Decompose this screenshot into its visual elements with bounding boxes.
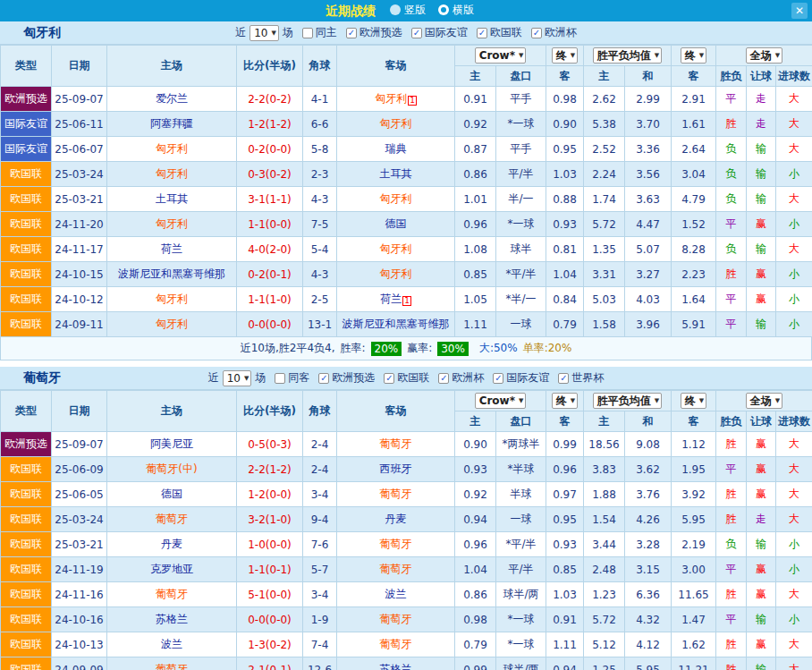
- score-cell: 0-0(0-0): [237, 607, 303, 632]
- corner-cell: 7-5: [303, 212, 337, 237]
- score-cell: 1-1(1-0): [237, 287, 303, 312]
- score-cell: 2-2(1-2): [237, 457, 303, 482]
- home-team-name: 葡萄牙: [156, 663, 188, 670]
- close-button[interactable]: ✕: [791, 3, 808, 19]
- match-date: 24-09-11: [52, 312, 107, 337]
- table-header-row-1: 类型日期主场比分(半场)角球客场Crow*▼终▼胜平负均值▼终▼全场▼: [1, 391, 812, 411]
- result-wdl: 平: [716, 212, 747, 237]
- same-venue-checkbox[interactable]: 同主: [302, 25, 337, 40]
- eu-away-odds: 3.92: [672, 482, 716, 507]
- league-filter-checkbox[interactable]: ✓欧洲杯: [531, 25, 577, 40]
- result-wdl: 胜: [716, 632, 747, 657]
- ah-away-odds: 0.93: [546, 532, 584, 557]
- eu-home-odds: 1.74: [584, 187, 625, 212]
- result-wdl: 平: [716, 607, 747, 632]
- match-date: 25-03-21: [52, 187, 107, 212]
- league-filter-checkbox[interactable]: ✓欧洲预选: [318, 370, 375, 386]
- select-value: 终: [685, 394, 696, 409]
- home-team-name: 荷兰: [161, 242, 182, 255]
- ah-line: *一球: [496, 632, 546, 657]
- scope-select[interactable]: 全场▼: [746, 47, 782, 64]
- corner-cell: 4-3: [303, 262, 337, 287]
- result-goals: 大: [776, 482, 812, 507]
- team-name: 匈牙利: [0, 25, 134, 41]
- match-type-badge: 国际友谊: [1, 137, 52, 162]
- league-filter-checkbox[interactable]: ✓世界杯: [558, 370, 604, 386]
- home-cell: 苏格兰: [107, 607, 237, 632]
- chevron-down-icon: ▼: [271, 30, 275, 37]
- result-wdl: 负: [716, 187, 747, 212]
- away-team-name: 荷兰: [380, 293, 402, 305]
- europe-odds-select[interactable]: 胜平负均值▼: [593, 393, 662, 409]
- col-header-ah-away: 客: [546, 66, 584, 87]
- match-date: 24-10-15: [52, 262, 107, 287]
- europe-odds-select[interactable]: 胜平负均值▼: [593, 47, 662, 64]
- league-filter-checkbox[interactable]: ✓欧洲预选: [346, 25, 402, 40]
- col-header-eu-away: 客: [672, 66, 716, 87]
- ah-home-odds: 0.85: [455, 262, 496, 287]
- ah-home-odds: 1.04: [455, 557, 496, 582]
- away-cell: 匈牙利: [337, 237, 455, 262]
- result-goals: 大: [776, 507, 812, 532]
- score-cell: 1-1(0-1): [237, 557, 303, 582]
- same-venue-checkbox[interactable]: 同客: [275, 370, 309, 386]
- eu-home-odds: 2.52: [584, 137, 625, 162]
- chevron-down-icon: ▼: [519, 52, 523, 59]
- checkbox-icon: ✓: [493, 373, 503, 384]
- red-card-badge: 1: [402, 296, 411, 306]
- league-filter-checkbox[interactable]: ✓国际友谊: [411, 25, 468, 40]
- score-cell: 5-1(0-0): [237, 582, 303, 607]
- away-cell: 土耳其: [337, 162, 455, 187]
- home-cell: 荷兰: [107, 237, 237, 262]
- ah-time-select[interactable]: 终▼: [552, 47, 578, 64]
- match-count-select[interactable]: 10▼: [250, 25, 279, 41]
- home-cell: 波兰: [107, 632, 237, 657]
- score-cell: 4-0(2-0): [237, 237, 303, 262]
- col-header-home: 主场: [107, 46, 237, 87]
- score-cell: 0-5(0-3): [237, 432, 303, 457]
- select-value: 10: [227, 372, 241, 385]
- match-date: 25-06-05: [52, 482, 107, 507]
- match-date: 25-03-24: [52, 507, 107, 532]
- odds-source-cell: Crow*▼: [455, 391, 546, 411]
- odds-source-select[interactable]: Crow*▼: [475, 393, 527, 409]
- checkbox-label: 欧国联: [490, 25, 522, 40]
- scope-select[interactable]: 全场▼: [746, 393, 782, 409]
- home-team-name: 波斯尼亚和黑塞哥维那: [118, 267, 225, 280]
- home-team-name: 苏格兰: [156, 613, 188, 625]
- result-goals: 大: [776, 237, 812, 262]
- layout-radio-vertical[interactable]: 竖版: [390, 3, 426, 18]
- eu-away-odds: 1.61: [672, 112, 716, 137]
- odds-source-select[interactable]: Crow*▼: [475, 47, 527, 64]
- home-cell: 葡萄牙: [107, 507, 237, 532]
- ah-line: *半/一: [496, 287, 546, 312]
- result-handicap: 赢: [747, 287, 776, 312]
- eu-home-odds: 1.88: [584, 482, 625, 507]
- league-filter-checkbox[interactable]: ✓欧洲杯: [438, 370, 484, 386]
- result-goals: 大: [776, 457, 812, 482]
- select-value: 胜平负均值: [597, 48, 651, 64]
- ah-line: 平手: [496, 137, 546, 162]
- match-type-badge: 欧国联: [1, 262, 52, 287]
- league-filter-checkbox[interactable]: ✓欧国联: [384, 370, 429, 386]
- away-cell: 匈牙利1: [337, 87, 455, 112]
- result-wdl: 平: [716, 457, 747, 482]
- result-handicap: 输: [747, 657, 776, 670]
- ah-away-odds: 1.03: [546, 582, 584, 607]
- ah-time-select[interactable]: 终▼: [552, 393, 578, 409]
- eu-home-odds: 1.25: [584, 657, 625, 670]
- match-count-select[interactable]: 10▼: [223, 370, 252, 386]
- league-filter-checkbox[interactable]: ✓欧国联: [477, 25, 522, 40]
- ah-away-odds: 0.95: [546, 137, 584, 162]
- corner-cell: 2-5: [303, 287, 337, 312]
- eu-time-select[interactable]: 终▼: [681, 47, 706, 64]
- col-header-ah-home: 主: [455, 411, 496, 432]
- matches-label: 场: [283, 25, 293, 40]
- eu-away-odds: 5.91: [672, 312, 716, 337]
- home-team-name: 爱尔兰: [156, 92, 188, 105]
- eu-home-odds: 1.58: [584, 312, 625, 337]
- layout-radio-horizontal[interactable]: 横版: [438, 3, 474, 18]
- match-type-badge: 欧国联: [1, 582, 52, 607]
- league-filter-checkbox[interactable]: ✓国际友谊: [493, 370, 549, 386]
- eu-time-select[interactable]: 终▼: [681, 393, 706, 409]
